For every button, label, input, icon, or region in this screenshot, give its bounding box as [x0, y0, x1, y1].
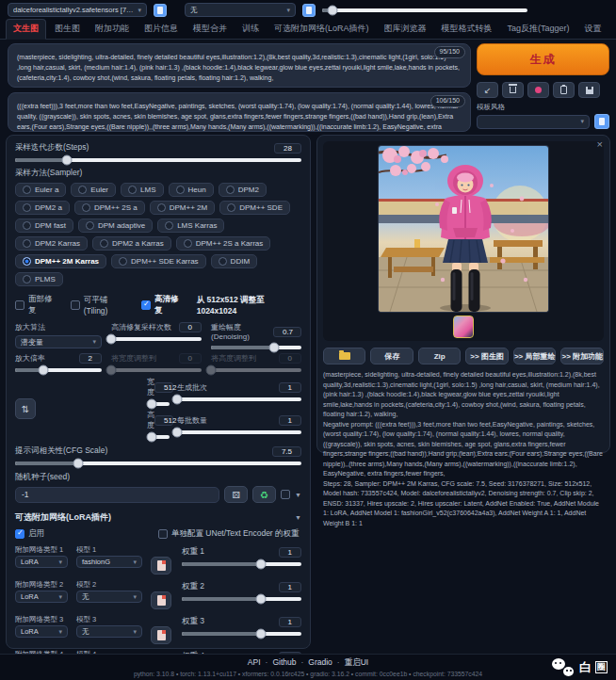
sampler-option-dpm-fast[interactable]: DPM fast — [15, 219, 73, 233]
slider-handle[interactable] — [106, 334, 117, 345]
generated-image[interactable] — [379, 146, 548, 312]
sampler-option-dpm2-a[interactable]: DPM2 a — [15, 201, 70, 215]
close-icon[interactable]: × — [597, 138, 603, 150]
sampler-option-plms[interactable]: PLMS — [15, 272, 63, 286]
slider-handle[interactable] — [327, 5, 337, 15]
batch-size-value[interactable]: 1 — [279, 415, 301, 426]
tab-extras[interactable]: 附加功能 — [89, 20, 136, 39]
generate-button[interactable]: 生成 — [477, 43, 609, 75]
tab-extensions[interactable]: 扩展 — [610, 20, 616, 39]
swap-dimensions-button[interactable]: ⇅ — [15, 398, 36, 419]
random-seed-button[interactable]: ⚄ — [224, 486, 248, 503]
sampler-option-dpm2-karras[interactable]: DPM2 Karras — [15, 236, 88, 251]
slider-handle[interactable] — [147, 399, 157, 410]
width-slider[interactable] — [147, 402, 170, 406]
cfg-slider[interactable] — [15, 461, 301, 465]
sampler-option-dpmpp-2s-a[interactable]: DPM++ 2S a — [74, 201, 145, 215]
slider-handle[interactable] — [39, 365, 49, 376]
send-to-inpaint-button[interactable]: >> 局部重绘 — [513, 348, 557, 364]
denoising-value[interactable]: 0.7 — [273, 327, 301, 337]
open-folder-button[interactable] — [323, 348, 365, 364]
hires-steps-value[interactable]: 0 — [179, 322, 202, 332]
send-to-img2img-button[interactable]: >> 图生图 — [465, 348, 508, 364]
lora-weight-value-1[interactable]: 1 — [279, 547, 301, 558]
tab-png-info[interactable]: 图片信息 — [138, 20, 185, 39]
tab-train[interactable]: 训练 — [235, 20, 266, 39]
extra-networks-button[interactable] — [527, 82, 549, 98]
slider-handle[interactable] — [73, 459, 83, 469]
sampler-option-dpm-adaptive[interactable]: DPM adaptive — [78, 219, 153, 233]
steps-slider[interactable] — [15, 158, 301, 162]
slider-handle[interactable] — [172, 427, 183, 437]
slider-handle[interactable] — [255, 629, 266, 640]
sampler-option-dpmpp-2m-karras[interactable]: DPM++ 2M Karras — [15, 254, 106, 268]
refresh-model-button[interactable] — [154, 4, 167, 17]
slider-handle[interactable] — [255, 559, 266, 570]
refresh-vae-button[interactable] — [302, 4, 316, 17]
upscaler-select[interactable]: 潜变量 ▾ — [15, 335, 102, 348]
tab-tagger[interactable]: Tag反推(Tagger) — [501, 20, 576, 39]
lora-type-select-3[interactable]: LoRA▾ — [15, 625, 68, 638]
width-value[interactable]: 512 — [154, 382, 173, 393]
slider-handle[interactable] — [255, 594, 266, 605]
steps-value[interactable]: 28 — [274, 143, 301, 154]
tab-checkpoint-merger[interactable]: 模型合并 — [186, 20, 234, 39]
height-value[interactable]: 512 — [154, 415, 173, 426]
vae-select[interactable]: 无 ▾ — [185, 3, 296, 17]
tab-img2img[interactable]: 图生图 — [48, 20, 87, 39]
sampler-option-euler-a[interactable]: Euler a — [15, 183, 66, 197]
lora-model-select-2[interactable]: 无▾ — [76, 591, 142, 603]
lora-weight-slider-2[interactable] — [182, 597, 301, 601]
hires-steps-slider[interactable] — [111, 337, 202, 341]
sampler-option-heun[interactable]: Heun — [169, 183, 214, 197]
sampler-option-euler[interactable]: Euler — [71, 183, 116, 197]
extra-seed-checkbox[interactable] — [281, 490, 290, 499]
hires-fix-checkbox[interactable]: 高清修复 — [141, 294, 185, 316]
slider-handle[interactable] — [269, 343, 280, 353]
send-to-extras-button[interactable]: >> 附加功能 — [560, 348, 604, 364]
negative-prompt-input[interactable]: 106/150 (((extra feet))),3 feet,more tha… — [8, 92, 471, 132]
lora-enable-checkbox[interactable]: 启用 — [15, 528, 158, 540]
apply-style-button[interactable] — [553, 82, 575, 98]
tab-txt2img[interactable]: 文生图 — [6, 19, 46, 40]
restore-faces-checkbox[interactable]: 面部修复 — [15, 294, 58, 316]
clip-skip-slider[interactable] — [322, 4, 527, 17]
lora-weight-slider-1[interactable] — [182, 562, 301, 566]
api-link[interactable]: API — [248, 657, 261, 667]
tiling-checkbox[interactable]: 可平铺(Tiling) — [71, 295, 129, 316]
zip-button[interactable]: Zip — [418, 348, 461, 364]
tab-additional-networks[interactable]: 可选附加网络(LoRA插件) — [267, 20, 376, 39]
lora-model-select-3[interactable]: 无▾ — [76, 625, 142, 638]
sampler-option-dpmpp-sde-karras[interactable]: DPM++ SDE Karras — [111, 254, 206, 268]
seed-input[interactable]: -1 — [15, 487, 219, 503]
cfg-value[interactable]: 7.5 — [272, 446, 301, 457]
slider-handle[interactable] — [61, 155, 72, 166]
batch-count-slider[interactable] — [177, 397, 301, 401]
height-slider[interactable] — [147, 435, 170, 439]
save-button[interactable]: 保存 — [370, 348, 413, 364]
prompt-input[interactable]: 95/150 (masterpiece, sidelighting, ultra… — [8, 43, 471, 88]
tab-image-browser[interactable]: 图库浏览器 — [378, 20, 433, 39]
lora-type-select-2[interactable]: LoRA▾ — [15, 591, 68, 603]
sampler-option-dpmpp-sde[interactable]: DPM++ SDE — [219, 201, 290, 215]
sampler-option-lms-karras[interactable]: LMS Karras — [157, 219, 224, 233]
sampler-option-dpmpp-2m[interactable]: DPM++ 2M — [150, 201, 215, 215]
denoising-slider[interactable] — [211, 346, 301, 349]
clear-prompt-button[interactable] — [502, 82, 524, 98]
batch-count-value[interactable]: 1 — [279, 382, 301, 393]
restore-prompt-button[interactable]: ↙ — [477, 82, 498, 98]
lora-model-info-button-2[interactable] — [151, 591, 171, 609]
lora-weight-value-3[interactable]: 1 — [279, 617, 301, 627]
lora-weight-slider-3[interactable] — [182, 632, 301, 636]
gallery-thumbnail[interactable] — [453, 316, 474, 338]
style-select[interactable]: ▾ — [477, 115, 590, 129]
reuse-seed-button[interactable]: ♻ — [252, 486, 276, 503]
upscale-by-value[interactable]: 2 — [79, 353, 102, 364]
gradio-link[interactable]: Gradio — [296, 657, 332, 667]
github-link[interactable]: Github — [261, 657, 297, 667]
upscale-by-slider[interactable] — [15, 368, 102, 372]
save-style-button[interactable] — [578, 82, 600, 98]
batch-size-slider[interactable] — [177, 430, 301, 434]
sampler-option-dpm2-a-karras[interactable]: DPM2 a Karras — [92, 236, 171, 251]
lora-model-info-button-1[interactable] — [151, 557, 171, 575]
